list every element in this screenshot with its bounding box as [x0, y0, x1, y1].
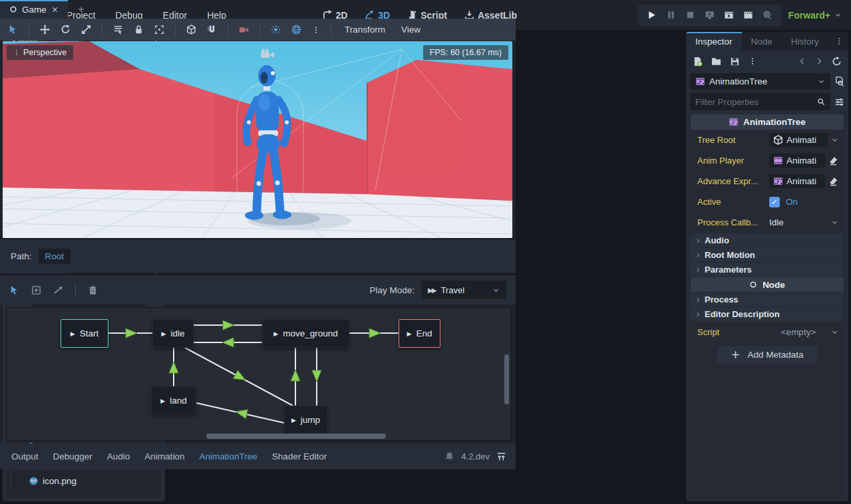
- property-row-active[interactable]: Active✓ On: [689, 191, 845, 212]
- property-row-animplayer[interactable]: Anim PlayerAnimati: [689, 150, 845, 171]
- state-node-jump[interactable]: ▶jump: [284, 406, 327, 434]
- open-docs-icon[interactable]: [834, 76, 844, 86]
- group-icon[interactable]: [154, 25, 164, 35]
- new-resource-icon[interactable]: [693, 57, 703, 66]
- tab-node[interactable]: Node: [742, 32, 782, 51]
- snap-magnet-icon[interactable]: [207, 25, 217, 35]
- environment-icon[interactable]: [291, 25, 301, 35]
- play-state-icon[interactable]: ▶: [71, 330, 75, 337]
- expand-bottom-panel-icon[interactable]: [496, 451, 506, 461]
- state-node-end[interactable]: ▶End: [399, 319, 440, 348]
- stop-button[interactable]: [683, 8, 698, 23]
- notifications-bell-icon[interactable]: [444, 451, 454, 461]
- statemachine-graph[interactable]: ▶Start▶idle▶move_ground▶End▶land▶jump: [6, 307, 512, 441]
- sun-icon[interactable]: [271, 25, 281, 35]
- property-row-processcallb[interactable]: Process Callb...Idle: [689, 212, 845, 233]
- sm-connect-node-icon[interactable]: [53, 285, 63, 295]
- resource-menu-icon[interactable]: [749, 57, 757, 65]
- play-state-icon[interactable]: ▶: [162, 330, 166, 337]
- path-root-button[interactable]: Root: [39, 249, 71, 264]
- tab-history[interactable]: History: [782, 32, 828, 51]
- bottom-tab-animationtree[interactable]: AnimationTree: [192, 451, 264, 461]
- save-resource-icon[interactable]: [730, 57, 740, 66]
- clear-icon[interactable]: [828, 176, 838, 186]
- rotate-tool-icon[interactable]: [61, 25, 71, 35]
- transition-arrow-icon: [126, 328, 137, 338]
- play-state-icon[interactable]: ▶: [407, 330, 412, 337]
- move-tool-icon[interactable]: [40, 25, 50, 35]
- bottom-tab-shader-editor[interactable]: Shader Editor: [265, 451, 335, 461]
- add-metadata-button[interactable]: Add Metadata: [717, 346, 817, 364]
- transition-arrow-icon: [369, 328, 381, 338]
- play-state-icon[interactable]: ▶: [291, 417, 296, 424]
- filter-properties-input[interactable]: Filter Properties: [690, 93, 830, 110]
- section-process[interactable]: Process: [691, 293, 844, 307]
- history-back-icon[interactable]: [798, 57, 806, 65]
- lock-icon[interactable]: [134, 25, 144, 35]
- viewport-3d[interactable]: Perspective FPS: 60 (16.67 ms): [3, 41, 512, 238]
- sm-delete-icon[interactable]: [88, 285, 98, 295]
- sm-select-tool-icon[interactable]: [9, 285, 19, 295]
- clear-icon[interactable]: [828, 156, 838, 166]
- section-parameters[interactable]: Parameters: [691, 263, 844, 277]
- resource-picker[interactable]: Animati: [769, 154, 825, 168]
- play-mode-dropdown[interactable]: ▶▶ Travel: [421, 281, 506, 299]
- state-node-start[interactable]: ▶Start: [61, 319, 108, 348]
- ruler-mode-icon[interactable]: [186, 25, 196, 35]
- bottom-tab-debugger[interactable]: Debugger: [46, 451, 100, 461]
- chevron-down-icon: [831, 328, 838, 336]
- load-resource-icon[interactable]: [711, 57, 721, 66]
- new-scene-tab-button[interactable]: [68, 0, 94, 19]
- tab-inspector[interactable]: Inspector: [686, 32, 742, 51]
- state-node-idle[interactable]: ▶idle: [152, 319, 194, 348]
- edited-object-dropdown[interactable]: AnimationTree: [690, 73, 830, 90]
- renderer-dropdown[interactable]: Forward+: [788, 10, 844, 21]
- inspector-toolbar: [686, 51, 848, 72]
- scale-tool-icon[interactable]: [81, 25, 91, 35]
- state-node-move_ground[interactable]: ▶move_ground: [262, 319, 349, 348]
- section-root-motion[interactable]: Root Motion: [691, 248, 844, 262]
- list-select-icon[interactable]: [113, 25, 123, 35]
- state-node-land[interactable]: ▶land: [151, 386, 196, 415]
- graph-vscrollbar[interactable]: [504, 354, 509, 404]
- node-section-header[interactable]: Node: [691, 277, 844, 292]
- play-state-icon[interactable]: ▶: [273, 330, 278, 337]
- section-audio[interactable]: Audio: [691, 233, 844, 247]
- resource-picker[interactable]: Animati: [769, 174, 825, 188]
- path-label: Path:: [11, 251, 32, 261]
- graph-hscrollbar[interactable]: [206, 434, 386, 439]
- object-history-icon[interactable]: [832, 57, 842, 66]
- active-checkbox[interactable]: ✓: [769, 197, 780, 207]
- scene-tab-game[interactable]: Game: [0, 0, 68, 19]
- remote-debug-button[interactable]: [703, 8, 717, 23]
- bottom-tab-audio[interactable]: Audio: [100, 451, 138, 461]
- view-menu[interactable]: View: [399, 25, 423, 35]
- chevron-down-icon[interactable]: [831, 136, 838, 144]
- close-icon[interactable]: [51, 6, 59, 13]
- movie-maker-button[interactable]: [761, 8, 775, 23]
- perspective-dropdown[interactable]: Perspective: [7, 45, 73, 60]
- play-state-icon[interactable]: ▶: [160, 398, 165, 404]
- select-tool-icon[interactable]: [8, 25, 18, 35]
- section-editor-description[interactable]: Editor Description: [691, 307, 844, 321]
- property-row-advanceexpr[interactable]: Advance Expr...Animati: [689, 171, 845, 191]
- play-button[interactable]: [645, 8, 659, 23]
- dock-menu-icon[interactable]: [830, 32, 848, 51]
- history-forward-icon[interactable]: [815, 57, 823, 65]
- chevron-down-icon[interactable]: [831, 219, 838, 226]
- transform-menu[interactable]: Transform: [342, 25, 388, 35]
- play-custom-scene-button[interactable]: [741, 8, 756, 23]
- stop-icon: [685, 10, 695, 20]
- script-property-row[interactable]: Script <empty>: [689, 322, 845, 342]
- resource-picker[interactable]: Animati: [769, 133, 828, 147]
- sm-create-node-icon[interactable]: [31, 285, 41, 295]
- camera-preview-icon[interactable]: [239, 25, 249, 35]
- bottom-tab-output[interactable]: Output: [4, 451, 46, 461]
- fs-tree-row-iconpng[interactable]: icon.png: [7, 472, 161, 489]
- play-scene-button[interactable]: [722, 8, 737, 23]
- property-row-treeroot[interactable]: Tree RootAnimati: [689, 130, 845, 150]
- pause-button[interactable]: [664, 8, 679, 23]
- viewport-menu-icon[interactable]: [312, 26, 320, 34]
- property-tools-icon[interactable]: [834, 97, 844, 107]
- bottom-tab-animation[interactable]: Animation: [137, 451, 192, 461]
